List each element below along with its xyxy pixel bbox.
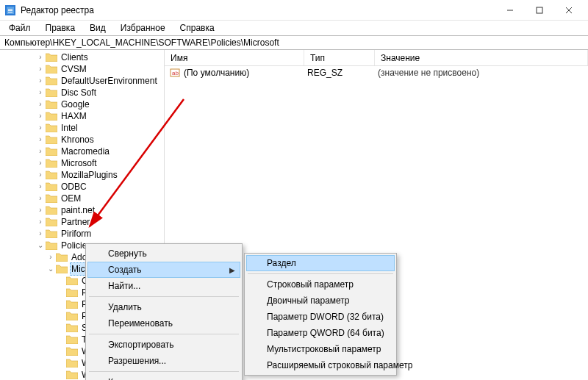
row-type: REG_SZ	[301, 68, 372, 78]
tree-item[interactable]: ›MozillaPlugins	[0, 169, 164, 181]
ctx-item-find[interactable]: Найти...	[87, 278, 240, 294]
folder-icon	[66, 323, 78, 333]
menu-view[interactable]: Вид	[84, 21, 112, 35]
expander-icon[interactable]: ›	[35, 228, 46, 240]
menu-file[interactable]: Файл	[3, 21, 37, 35]
tree-label: Clients	[60, 51, 90, 63]
ctx-item-collapse[interactable]: Свернуть	[87, 245, 240, 262]
separator	[89, 371, 239, 372]
tree-item[interactable]: ›Piriform	[0, 228, 164, 240]
tree-item[interactable]: ›Clients	[0, 51, 164, 63]
folder-icon	[56, 264, 68, 274]
ctx-item-export[interactable]: Экспортировать	[87, 337, 240, 353]
ctx-item-new-key[interactable]: Раздел	[246, 255, 395, 271]
folder-icon	[46, 229, 57, 239]
expander-icon[interactable]: ›	[35, 75, 46, 87]
ctx-item-new-multistring[interactable]: Мультистроковый параметр	[246, 341, 395, 357]
window-title: Редактор реестра	[21, 5, 94, 15]
folder-icon	[46, 123, 57, 133]
folder-icon	[46, 170, 57, 180]
app-icon	[4, 4, 16, 16]
expander-icon[interactable]: ›	[35, 51, 46, 63]
folder-icon	[46, 240, 57, 251]
column-type[interactable]: Тип	[304, 50, 375, 65]
ctx-item-rename[interactable]: Переименовать	[87, 315, 240, 331]
tree-item[interactable]: ›Macromedia	[0, 146, 164, 157]
expander-icon[interactable]: ›	[35, 169, 46, 181]
tree-item[interactable]: ›ODBC	[0, 181, 164, 193]
expander-icon[interactable]: ›	[35, 216, 46, 228]
titlebar: Редактор реестра	[0, 0, 588, 21]
context-submenu-new: Раздел Строковый параметр Двоичный парам…	[244, 253, 397, 376]
folder-icon	[66, 287, 78, 298]
expander-icon[interactable]: ›	[35, 122, 46, 134]
folder-icon	[46, 64, 57, 74]
tree-item[interactable]: ›DefaultUserEnvironment	[0, 75, 164, 87]
folder-icon	[46, 87, 57, 98]
ctx-item-new-binary[interactable]: Двоичный параметр	[246, 293, 395, 309]
string-value-icon: ab	[169, 67, 181, 79]
row-data: (значение не присвоено)	[372, 68, 588, 78]
expander-icon[interactable]: ›	[35, 134, 46, 146]
expander-icon[interactable]: ›	[35, 181, 46, 193]
svg-text:ab: ab	[172, 70, 179, 76]
tree-item[interactable]: ›Intel	[0, 122, 164, 134]
maximize-button[interactable]	[525, 0, 554, 21]
expander-icon[interactable]: ›	[35, 146, 46, 157]
svg-rect-4	[8, 12, 12, 12]
context-menu: Свернуть Создать▶ Найти... Удалить Переи…	[85, 243, 243, 380]
folder-icon	[46, 111, 57, 121]
list-row[interactable]: ab (По умолчанию) REG_SZ (значение не пр…	[165, 66, 588, 79]
tree-item[interactable]: ›CVSM	[0, 63, 164, 75]
address-bar[interactable]: Компьютер\HKEY_LOCAL_MACHINE\SOFTWARE\Po…	[0, 35, 588, 50]
column-name[interactable]: Имя	[165, 50, 304, 65]
tree-label: Google	[60, 98, 91, 110]
folder-icon	[66, 334, 78, 345]
ctx-item-new-string[interactable]: Строковый параметр	[246, 276, 395, 293]
tree-label: Disc Soft	[60, 87, 98, 98]
tree-label: Piriform	[60, 228, 93, 240]
close-button[interactable]	[554, 0, 584, 21]
folder-icon	[66, 370, 78, 380]
expander-icon[interactable]: ›	[35, 157, 46, 169]
menubar: Файл Правка Вид Избранное Справка	[0, 21, 588, 35]
ctx-item-delete[interactable]: Удалить	[87, 299, 240, 315]
folder-icon	[56, 252, 68, 262]
ctx-item-new-expandstring[interactable]: Расширяемый строковый параметр	[246, 357, 395, 373]
tree-item[interactable]: ›Khronos	[0, 134, 164, 146]
folder-icon	[66, 276, 78, 286]
expander-icon[interactable]: ›	[35, 63, 46, 75]
ctx-item-permissions[interactable]: Разрешения...	[87, 353, 240, 369]
expander-icon[interactable]: ›	[35, 193, 46, 204]
tree-label: MozillaPlugins	[60, 169, 119, 181]
expander-icon[interactable]: ›	[35, 110, 46, 122]
svg-rect-6	[537, 7, 542, 13]
folder-icon	[46, 217, 57, 227]
expander-icon[interactable]: ›	[35, 204, 46, 216]
minimize-button[interactable]	[495, 0, 525, 21]
ctx-item-new[interactable]: Создать▶	[87, 262, 240, 278]
expander-icon[interactable]: ›	[35, 87, 46, 98]
folder-icon	[66, 299, 78, 309]
expander-icon[interactable]: ›	[35, 98, 46, 110]
ctx-item-copykey[interactable]: Копировать имя раздела	[87, 374, 240, 380]
menu-favorites[interactable]: Избранное	[115, 21, 171, 35]
tree-item[interactable]: ›HAXM	[0, 110, 164, 122]
expander-icon[interactable]: ⌄	[46, 263, 56, 275]
expander-icon[interactable]: ›	[46, 251, 56, 263]
tree-item[interactable]: ›Partner	[0, 216, 164, 228]
expander-icon[interactable]: ⌄	[35, 240, 46, 251]
tree-item[interactable]: ›Google	[0, 98, 164, 110]
ctx-item-new-qword[interactable]: Параметр QWORD (64 бита)	[246, 325, 395, 341]
tree-item[interactable]: ›OEM	[0, 193, 164, 204]
column-data[interactable]: Значение	[375, 50, 588, 65]
tree-label: Partner	[60, 216, 91, 228]
menu-edit[interactable]: Правка	[40, 21, 82, 35]
menu-help[interactable]: Справка	[174, 21, 220, 35]
tree-item[interactable]: ›paint.net	[0, 204, 164, 216]
tree-item[interactable]: ›Microsoft	[0, 157, 164, 169]
tree-item[interactable]: ›Disc Soft	[0, 87, 164, 98]
folder-icon	[46, 76, 57, 86]
ctx-item-new-dword[interactable]: Параметр DWORD (32 бита)	[246, 309, 395, 325]
folder-icon	[66, 346, 78, 356]
